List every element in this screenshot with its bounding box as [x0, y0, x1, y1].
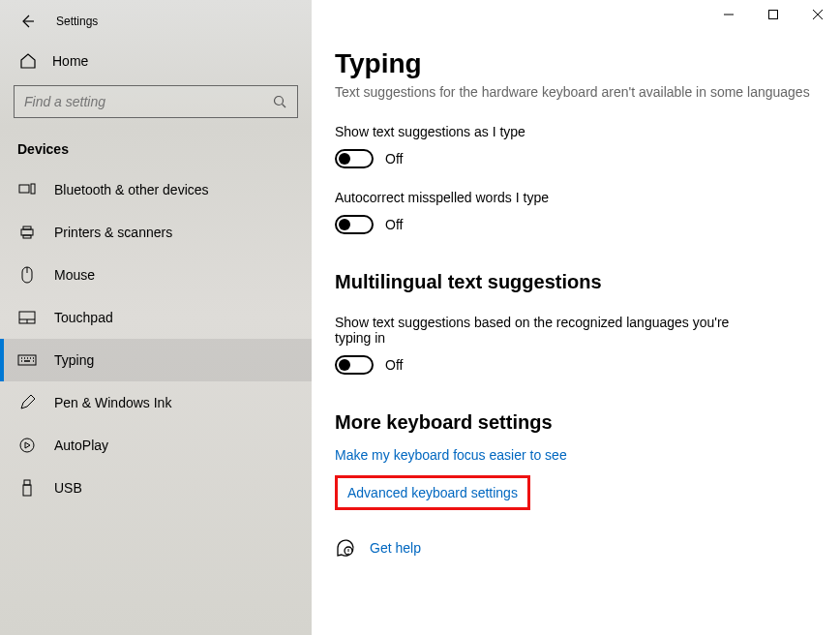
nav-label: Printers & scanners [54, 225, 172, 240]
svg-rect-11 [23, 485, 31, 496]
mouse-icon [17, 265, 37, 285]
nav-label: USB [54, 480, 82, 496]
search-input[interactable] [24, 94, 272, 109]
svg-rect-8 [18, 355, 36, 365]
maximize-button[interactable] [751, 0, 795, 29]
svg-rect-3 [21, 229, 33, 235]
opt-multilingual-label: Show text suggestions based on the recog… [335, 315, 741, 346]
hardware-note: Text suggestions for the hardware keyboa… [335, 83, 817, 103]
devices-icon [17, 180, 37, 199]
nav-label: Touchpad [54, 310, 113, 325]
main-content: Typing Text suggestions for the hardware… [312, 0, 840, 635]
svg-rect-1 [19, 185, 29, 193]
minimize-button[interactable] [706, 0, 751, 29]
sidebar-home[interactable]: Home [0, 43, 312, 79]
pen-icon [17, 393, 37, 412]
sidebar-item-touchpad[interactable]: Touchpad [0, 296, 312, 339]
link-advanced-keyboard[interactable]: Advanced keyboard settings [347, 485, 518, 500]
sidebar: Settings Home Devices Bluetooth & other … [0, 0, 312, 635]
home-label: Home [52, 53, 88, 69]
toggle-multilingual[interactable] [335, 355, 374, 375]
help-icon [335, 537, 356, 559]
nav-label: Pen & Windows Ink [54, 395, 171, 410]
toggle-autocorrect[interactable] [335, 215, 374, 234]
keyboard-icon [17, 350, 37, 370]
page-title: Typing [335, 48, 817, 79]
toggle-state: Off [385, 151, 403, 166]
svg-rect-12 [769, 11, 778, 19]
back-button[interactable] [17, 12, 37, 31]
sidebar-item-mouse[interactable]: Mouse [0, 254, 312, 296]
opt-show-suggestions-label: Show text suggestions as I type [335, 124, 817, 139]
category-header: Devices [0, 118, 312, 168]
highlight-annotation: Advanced keyboard settings [335, 475, 530, 510]
svg-point-9 [20, 438, 34, 452]
sidebar-item-usb[interactable]: USB [0, 467, 312, 509]
svg-point-0 [275, 97, 284, 106]
svg-rect-4 [23, 227, 31, 229]
link-get-help[interactable]: Get help [370, 540, 421, 556]
nav-label: Mouse [54, 267, 95, 283]
toggle-state: Off [385, 357, 403, 373]
search-icon [272, 94, 287, 109]
svg-rect-10 [24, 480, 30, 485]
sidebar-item-pen[interactable]: Pen & Windows Ink [0, 381, 312, 424]
search-box[interactable] [14, 85, 298, 118]
nav-label: Bluetooth & other devices [54, 182, 209, 197]
section-more-keyboard: More keyboard settings [335, 411, 817, 434]
sidebar-item-typing[interactable]: Typing [0, 339, 312, 381]
nav-label: Typing [54, 352, 94, 368]
toggle-state: Off [385, 217, 403, 232]
toggle-show-suggestions[interactable] [335, 149, 374, 168]
close-button[interactable] [795, 0, 840, 29]
link-keyboard-focus[interactable]: Make my keyboard focus easier to see [335, 447, 567, 463]
usb-icon [17, 478, 37, 498]
svg-rect-2 [31, 184, 35, 194]
sidebar-item-printers[interactable]: Printers & scanners [0, 211, 312, 254]
sidebar-item-autoplay[interactable]: AutoPlay [0, 424, 312, 467]
window-title: Settings [56, 15, 98, 28]
section-multilingual: Multilingual text suggestions [335, 271, 817, 293]
autoplay-icon [17, 436, 37, 455]
svg-rect-5 [23, 235, 31, 238]
printer-icon [17, 223, 37, 242]
nav-label: AutoPlay [54, 438, 108, 453]
sidebar-item-bluetooth[interactable]: Bluetooth & other devices [0, 168, 312, 211]
touchpad-icon [17, 308, 37, 327]
opt-autocorrect-label: Autocorrect misspelled words I type [335, 190, 817, 205]
home-icon [19, 52, 37, 70]
